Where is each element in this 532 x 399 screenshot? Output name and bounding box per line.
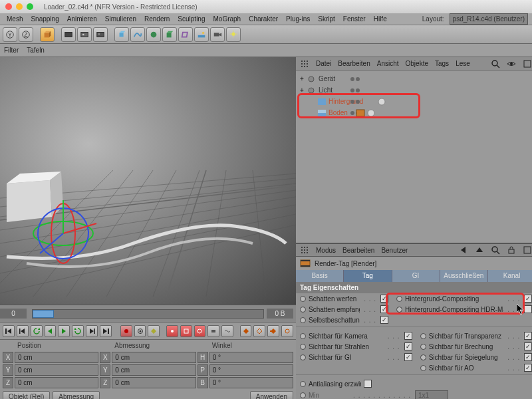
tree-row-hintergrund[interactable]: Hintergrund — [296, 96, 532, 107]
coords-apply-button[interactable]: Anwenden — [250, 391, 293, 399]
menu-animieren[interactable]: Animieren — [65, 14, 100, 24]
zoom-window-icon[interactable] — [27, 3, 33, 10]
objmgr-bearbeiten[interactable]: Bearbeiten — [338, 60, 370, 67]
viewport-gizmo[interactable] — [27, 197, 100, 270]
menu-simulieren[interactable]: Simulieren — [102, 14, 139, 24]
camera-button[interactable] — [210, 27, 225, 42]
expand-icon[interactable]: + — [299, 86, 305, 94]
sphere-tag-icon[interactable] — [377, 97, 386, 106]
next-key-button[interactable] — [86, 325, 98, 337]
coords-z-pos[interactable]: 0 cm — [15, 377, 98, 388]
menu-mograph[interactable]: MoGraph — [211, 14, 244, 24]
nav-up-icon[interactable] — [475, 245, 484, 255]
key-mode-1-button[interactable] — [240, 325, 252, 337]
menu-rendern[interactable]: Rendern — [142, 14, 172, 24]
attr-bearbeiten[interactable]: Bearbeiten — [342, 247, 374, 254]
spline-button[interactable] — [130, 27, 145, 42]
layout-selector[interactable]: psd_R14.c4d (Benutzer) — [450, 13, 528, 25]
tab-basis[interactable]: Basis — [296, 270, 344, 282]
timeline-playhead[interactable] — [33, 310, 54, 318]
deformer-button[interactable] — [178, 27, 193, 42]
coords-mode-button[interactable]: Objekt (Rel) — [3, 391, 50, 399]
checkbox[interactable] — [380, 295, 388, 303]
objmgr-datei[interactable]: Datei — [316, 60, 331, 67]
environment-button[interactable] — [194, 27, 209, 42]
coords-x-size[interactable]: 0 cm — [112, 352, 196, 363]
primitive-cube-button[interactable] — [114, 27, 129, 42]
menu-fenster[interactable]: Fenster — [340, 14, 368, 24]
coords-p-rot[interactable]: 0 ° — [209, 364, 293, 376]
cube-primitive-button[interactable] — [40, 27, 55, 42]
menu-snapping[interactable]: Snapping — [28, 14, 61, 24]
filter-menu[interactable]: Filter — [4, 47, 19, 54]
checkbox[interactable] — [380, 316, 388, 324]
timeline-end[interactable]: 0 B — [267, 309, 293, 319]
tab-ausschliessen[interactable]: Ausschließen — [440, 270, 488, 282]
objmgr-tags[interactable]: Tags — [435, 60, 449, 67]
coords-z-size[interactable]: 0 cm — [112, 377, 196, 388]
pla-channel-button[interactable] — [221, 325, 233, 337]
checkbox[interactable] — [524, 342, 532, 350]
tab-kanal[interactable]: Kanal — [488, 270, 532, 282]
menu-charakter[interactable]: Charakter — [246, 14, 281, 24]
coords-h-rot[interactable]: 0 ° — [209, 352, 293, 363]
tab-gi[interactable]: GI — [392, 270, 440, 282]
checkbox[interactable] — [524, 364, 532, 372]
sphere-tag-icon[interactable] — [366, 108, 376, 118]
search-icon[interactable] — [491, 59, 500, 68]
input-min[interactable]: 1x1 — [415, 390, 448, 399]
new-window-icon[interactable] — [523, 245, 532, 255]
keyframe-sel-button[interactable] — [148, 325, 160, 337]
checkbox[interactable] — [404, 332, 412, 340]
visibility-dots[interactable] — [350, 100, 360, 104]
tree-row-gerät[interactable]: +Gerät — [296, 73, 532, 84]
expand-icon[interactable]: + — [299, 75, 305, 82]
key-mode-3-button[interactable] — [267, 325, 279, 337]
attr-modus[interactable]: Modus — [316, 247, 336, 254]
object-tree[interactable]: +Gerät+LichtHintergrundBoden — [296, 70, 532, 243]
prev-key-button[interactable] — [17, 325, 29, 337]
coords-y-size[interactable]: 0 cm — [112, 364, 196, 376]
checkbox[interactable] — [404, 353, 412, 361]
autokey-button[interactable] — [134, 325, 146, 337]
tree-row-licht[interactable]: +Licht — [296, 84, 532, 96]
key-mode-4-button[interactable] — [281, 325, 293, 337]
goto-start-button[interactable] — [3, 325, 15, 337]
scale-channel-button[interactable] — [180, 325, 192, 337]
render-view-button[interactable] — [61, 27, 76, 42]
objmgr-lesezeichen[interactable]: Lese — [456, 60, 470, 67]
generator-button[interactable] — [162, 27, 177, 42]
coords-b-rot[interactable]: 0 ° — [209, 377, 293, 388]
objmgr-objekte[interactable]: Objekte — [406, 60, 428, 67]
play-button[interactable] — [58, 325, 70, 337]
checkbox[interactable] — [404, 342, 412, 350]
coords-x-pos[interactable]: 0 cm — [15, 352, 98, 363]
tafeln-menu[interactable]: Tafeln — [27, 47, 45, 54]
attr-benutzer[interactable]: Benutzer — [381, 247, 408, 254]
rot-channel-button[interactable] — [194, 325, 206, 337]
visibility-dots[interactable] — [350, 77, 360, 81]
expand-icon[interactable] — [523, 59, 532, 68]
key-mode-2-button[interactable] — [253, 325, 265, 337]
lock-icon[interactable] — [507, 245, 516, 255]
coords-y-pos[interactable]: 0 cm — [15, 364, 98, 376]
timeline-start[interactable]: 0 — [0, 309, 27, 319]
close-window-icon[interactable] — [5, 3, 12, 10]
grip-icon[interactable] — [300, 245, 309, 255]
menu-skript[interactable]: Skript — [315, 14, 338, 24]
visibility-dots[interactable] — [350, 88, 360, 92]
viewport-perspective[interactable] — [0, 57, 296, 305]
menu-sculpting[interactable]: Sculpting — [175, 14, 207, 24]
checkbox[interactable] — [380, 305, 388, 313]
play-back-button[interactable] — [45, 325, 57, 337]
next-frame-button[interactable] — [72, 325, 84, 337]
nurbs-button[interactable] — [146, 27, 161, 42]
checkbox[interactable] — [524, 295, 532, 303]
search-icon[interactable] — [491, 245, 500, 255]
timeline[interactable]: 0 0 B — [0, 305, 296, 322]
goto-end-button[interactable] — [100, 325, 112, 337]
timeline-track[interactable] — [32, 309, 264, 319]
objmgr-ansicht[interactable]: Ansicht — [377, 60, 399, 67]
checkbox[interactable] — [524, 332, 532, 340]
view-icon[interactable] — [507, 59, 516, 68]
